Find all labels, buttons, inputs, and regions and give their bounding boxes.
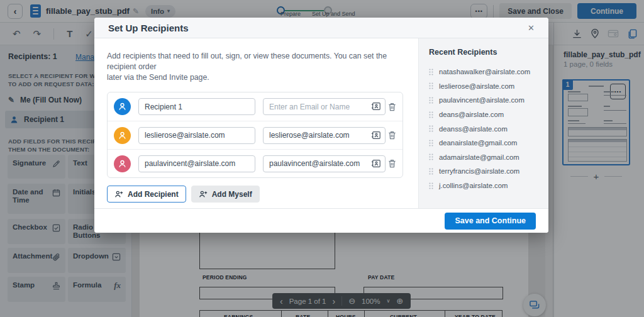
recipient-row — [108, 92, 402, 121]
drag-handle-icon — [429, 153, 433, 160]
delete-recipient-button[interactable] — [388, 131, 396, 140]
save-and-continue-button[interactable]: Save and Continue — [445, 213, 536, 230]
address-book-icon[interactable] — [371, 102, 381, 111]
recent-recipient-item[interactable]: leslierose@airslate.com — [429, 79, 540, 94]
drag-handle-icon — [429, 168, 433, 175]
person-icon — [118, 131, 127, 140]
recent-recipient-item[interactable]: terryfrancis@airslate.com — [429, 164, 540, 179]
recent-recipient-item[interactable]: adamairslate@gmail.com — [429, 150, 540, 165]
add-myself-button[interactable]: Add Myself — [191, 186, 260, 203]
recipient-email-input[interactable] — [263, 127, 386, 144]
recent-recipient-item[interactable]: paulavincent@airslate.com — [429, 93, 540, 108]
recipient-email-input[interactable] — [263, 98, 386, 115]
delete-recipient-button[interactable] — [388, 103, 396, 111]
recipient-row — [108, 149, 402, 177]
address-book-icon[interactable] — [371, 159, 381, 168]
delete-recipient-button[interactable] — [388, 159, 396, 168]
person-plus-icon — [114, 190, 123, 198]
recipient-rows — [107, 92, 403, 178]
close-icon[interactable]: ✕ — [528, 23, 535, 33]
drag-handle-icon — [429, 82, 433, 89]
recent-recipient-item[interactable]: natashawalker@airslate.com — [429, 65, 540, 79]
person-icon — [118, 102, 127, 111]
recent-recipients-panel: Recent Recipients natashawalker@airslate… — [418, 38, 548, 208]
drag-handle-icon — [429, 111, 433, 118]
person-icon — [118, 159, 127, 169]
recipient-name-input[interactable] — [138, 98, 255, 115]
recipient-avatar — [114, 98, 131, 115]
app-screen: ‹ fillable_pay_stub_pdf ✎ Info▾ Prepare … — [0, 0, 644, 317]
recent-recipient-item[interactable]: deans@airslate.com — [429, 108, 540, 122]
modal-main: Add recipients that need to fill out, si… — [94, 38, 418, 208]
person-plus-icon — [199, 190, 208, 198]
drag-handle-icon — [429, 182, 433, 189]
recipient-row — [108, 121, 402, 149]
trash-icon — [388, 159, 396, 168]
add-recipient-button[interactable]: Add Recipient — [107, 186, 186, 203]
drag-handle-icon — [429, 69, 433, 75]
modal-footer: Save and Continue — [94, 208, 548, 233]
recipient-name-input[interactable] — [138, 155, 255, 172]
trash-icon — [388, 103, 396, 111]
recipient-name-input[interactable] — [138, 127, 255, 144]
recent-recipients-heading: Recent Recipients — [429, 48, 540, 57]
drag-handle-icon — [429, 97, 433, 104]
modal-title: Set Up Recipients — [108, 23, 189, 33]
modal-description: Add recipients that need to fill out, si… — [107, 51, 404, 83]
address-book-icon[interactable] — [371, 131, 381, 140]
recent-recipient-item[interactable]: deanairslate@gmail.com — [429, 136, 540, 150]
recent-recipient-item[interactable]: j.collins@airslate.com — [429, 179, 540, 193]
drag-handle-icon — [429, 125, 433, 132]
modal-header: Set Up Recipients ✕ — [94, 18, 548, 38]
recent-recipient-item[interactable]: deanss@airslate.com — [429, 121, 540, 136]
recipient-avatar — [114, 155, 131, 172]
set-up-recipients-modal: Set Up Recipients ✕ Add recipients that … — [94, 18, 548, 233]
drag-handle-icon — [429, 140, 433, 147]
recipient-email-input[interactable] — [263, 155, 386, 172]
recipient-avatar — [114, 127, 131, 144]
trash-icon — [388, 131, 396, 140]
